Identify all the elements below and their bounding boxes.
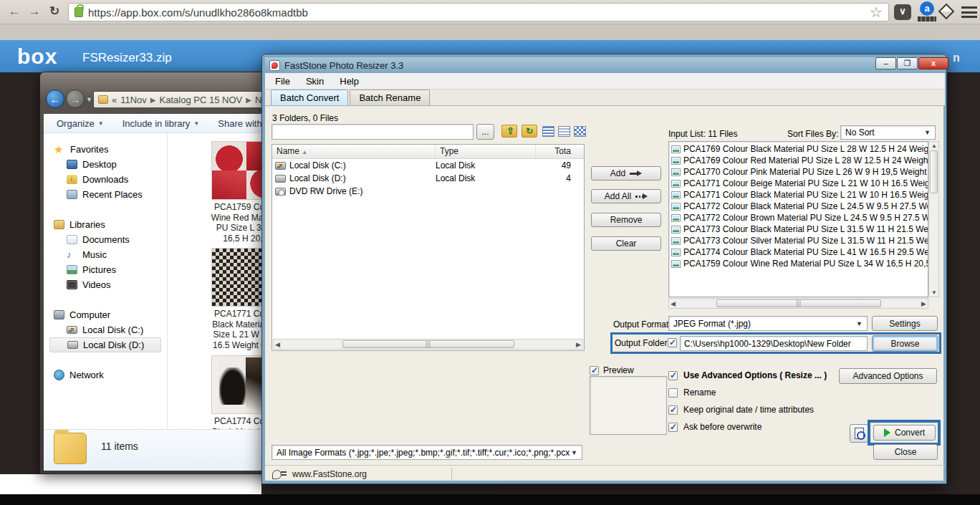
input-file-row[interactable]: PCA1759 Colour Wine Red Material PU Size… — [669, 258, 928, 269]
scroll-left-arrow[interactable]: ◀ — [275, 341, 280, 348]
url-text[interactable]: https://app.box.com/s/unudlkho286o8kmadt… — [88, 6, 308, 19]
input-file-row[interactable]: PCA1771 Colour Beige Material PU Size L … — [669, 178, 928, 189]
sort-dropdown[interactable]: No Sort▼ — [840, 125, 936, 140]
input-file-row[interactable]: PCA1769 Colour Black Material PU Size L … — [669, 143, 928, 155]
scroll-right-arrow[interactable]: ▶ — [921, 300, 926, 307]
menu-file[interactable]: File — [275, 76, 290, 87]
input-file-row[interactable]: PCA1774 Colour Black Material PU Size L … — [669, 246, 928, 258]
explorer-forward-button[interactable]: → — [66, 90, 85, 108]
faststone-title-bar[interactable]: FastStone Photo Resizer 3.3 — [265, 57, 945, 73]
input-file-row[interactable]: PCA1769 Colour Red Material PU Size L 28… — [669, 155, 928, 166]
sidebar-item-music[interactable]: ♪Music — [44, 247, 167, 262]
sidebar-item-recent-places[interactable]: Recent Places — [44, 187, 167, 202]
input-file-row[interactable]: PCA1771 Colour Black Material PU Size L … — [669, 189, 928, 201]
browser-menu-icon[interactable] — [961, 6, 977, 18]
explorer-history-dropdown-icon[interactable]: ▼ — [86, 96, 92, 103]
option-checkbox[interactable] — [668, 423, 678, 432]
add-button[interactable]: Add — [591, 166, 661, 181]
sidebar-item-videos[interactable]: Videos — [44, 277, 167, 292]
close-button[interactable]: Close — [873, 444, 938, 460]
breadcrumb-overflow-chevron[interactable]: « — [112, 95, 117, 105]
sidebar-item-local-disk-d[interactable]: Local Disk (D:) — [49, 337, 161, 352]
option-row[interactable]: Rename — [668, 387, 905, 398]
column-type[interactable]: Type — [436, 145, 536, 158]
table-header[interactable]: Name ▲ Type Tota — [272, 145, 584, 159]
explorer-back-button[interactable]: ← — [46, 90, 64, 108]
browse-button[interactable]: Browse — [872, 335, 938, 352]
option-checkbox[interactable] — [668, 371, 678, 380]
path-input[interactable] — [272, 124, 474, 140]
input-file-row[interactable]: PCA1773 Colour Black Material PU Size L … — [669, 223, 928, 235]
sidebar-item-computer[interactable]: Computer — [44, 307, 167, 322]
sidebar-item-favorites[interactable]: ★Favorites — [44, 142, 167, 157]
input-file-row[interactable]: PCA1773 Colour Silver Material PU Size L… — [669, 235, 928, 246]
preview-magnifier-button[interactable] — [850, 424, 868, 443]
add-all-button[interactable]: Add All — [591, 189, 661, 203]
tab-batch-rename[interactable]: Batch Rename — [350, 90, 430, 105]
sidebar-item-libraries[interactable]: Libraries — [44, 217, 167, 232]
output-folder-input[interactable]: C:\Users\hp1000-1329\Desktop\New Folder — [680, 336, 868, 351]
close-window-button[interactable]: x — [918, 57, 948, 69]
sidebar-item-documents[interactable]: Documents — [44, 232, 167, 247]
folder-up-icon[interactable] — [501, 125, 517, 138]
column-total[interactable]: Tota — [536, 145, 575, 158]
menu-skin[interactable]: Skin — [306, 76, 324, 87]
include-in-library-menu[interactable]: Include in library▼ — [123, 118, 200, 129]
faststone-url[interactable]: www.FastStone.org — [292, 469, 367, 479]
minimize-button[interactable]: – — [875, 57, 896, 69]
tab-batch-convert[interactable]: Batch Convert — [271, 90, 348, 105]
option-checkbox[interactable] — [668, 388, 678, 398]
thumbnail-view-icon[interactable] — [574, 126, 586, 137]
horizontal-scrollbar[interactable]: ◀ ▶ — [668, 298, 928, 309]
browse-dots-button[interactable]: ... — [476, 124, 494, 140]
menu-help[interactable]: Help — [340, 76, 359, 87]
advanced-options-button[interactable]: Advanced Options — [839, 368, 937, 384]
table-row[interactable]: Local Disk (D:) Local Disk 4 — [272, 172, 584, 185]
browser-reload-button[interactable]: ↻ — [46, 4, 63, 21]
maximize-button[interactable]: ❐ — [897, 57, 918, 69]
scrollbar-thumb[interactable] — [342, 340, 514, 348]
extension-a-icon[interactable]: a — [918, 1, 936, 21]
browser-forward-button[interactable]: → — [26, 4, 43, 21]
scroll-left-arrow[interactable]: ◀ — [671, 300, 676, 307]
extension-diamond-icon[interactable] — [938, 4, 955, 20]
table-row[interactable]: DVD RW Drive (E:) — [272, 185, 584, 198]
column-name[interactable]: Name ▲ — [272, 145, 436, 158]
scrollbar-thumb[interactable] — [930, 150, 938, 193]
input-file-row[interactable]: PCA1772 Colour Brown Material PU Size L … — [669, 212, 928, 223]
breadcrumb-item[interactable]: Katalog PC 15 NOV — [160, 95, 243, 105]
input-file-row[interactable]: PCA1770 Colour Pink Material PU Size L 2… — [669, 166, 928, 178]
bookmark-star-icon[interactable]: ☆ — [870, 4, 883, 21]
format-filter-dropdown[interactable]: All Image Formats (*.jpg;*.jpe;*.jpeg;*.… — [272, 445, 582, 460]
sidebar-item-pictures[interactable]: Pictures — [44, 262, 167, 277]
sidebar-item-desktop[interactable]: Desktop — [44, 157, 167, 172]
scroll-right-arrow[interactable]: ▶ — [576, 341, 581, 348]
output-format-dropdown[interactable]: JPEG Format (*.jpg)▼ — [668, 316, 868, 331]
scrollbar-thumb[interactable] — [716, 299, 881, 307]
box-logo[interactable]: box — [17, 44, 57, 69]
output-folder-checkbox[interactable] — [668, 338, 677, 347]
pocket-extension-icon[interactable]: ∨ — [894, 4, 911, 20]
preview-checkbox[interactable] — [590, 366, 599, 375]
sidebar-item-downloads[interactable]: Downloads — [44, 172, 167, 187]
settings-button[interactable]: Settings — [872, 316, 938, 331]
preview-toggle[interactable]: Preview — [590, 365, 634, 375]
sidebar-item-network[interactable]: Network — [44, 367, 167, 383]
sidebar-item-local-disk-c[interactable]: Local Disk (C:) — [44, 322, 167, 337]
list-view-icon[interactable] — [558, 126, 570, 137]
option-row[interactable]: Keep original date / time attributes — [668, 404, 905, 415]
convert-button[interactable]: Convert — [873, 425, 936, 441]
organize-menu[interactable]: Organize▼ — [57, 118, 104, 129]
table-row[interactable]: Local Disk (C:) Local Disk 49 — [272, 159, 584, 172]
vertical-scrollbar[interactable] — [928, 141, 939, 297]
breadcrumb-item[interactable]: 11Nov — [120, 95, 147, 105]
clear-button[interactable]: Clear — [591, 236, 661, 251]
browser-back-button[interactable]: ← — [6, 4, 23, 21]
refresh-folder-icon[interactable] — [522, 125, 537, 138]
address-bar[interactable]: https://app.box.com/s/unudlkho286o8kmadt… — [68, 3, 889, 21]
input-file-list[interactable]: PCA1769 Colour Black Material PU Size L … — [668, 141, 928, 297]
remove-button[interactable]: Remove — [591, 213, 661, 227]
option-checkbox[interactable] — [668, 405, 678, 415]
horizontal-scrollbar[interactable]: ◀ ▶ — [273, 339, 583, 350]
details-view-icon[interactable] — [542, 126, 554, 137]
